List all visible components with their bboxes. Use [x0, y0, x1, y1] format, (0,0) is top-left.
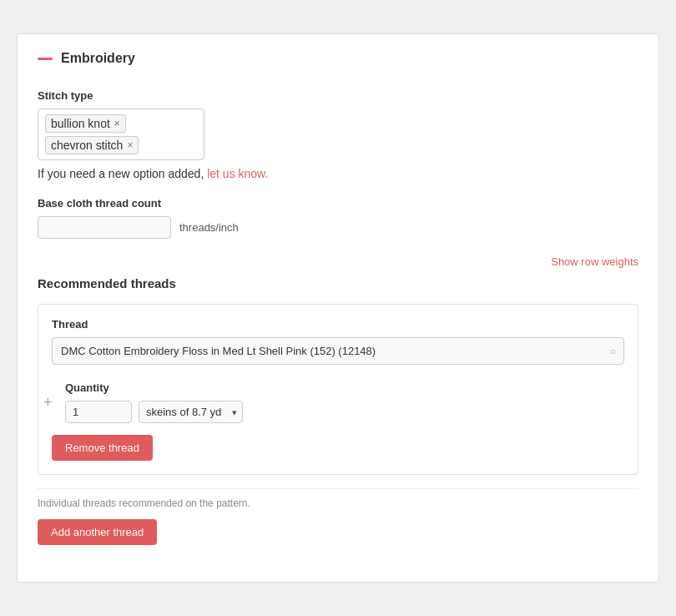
base-cloth-input[interactable]: [38, 216, 171, 239]
section-title: Embroidery: [61, 51, 135, 66]
footer-note: Individual threads recommended on the pa…: [38, 488, 638, 509]
quantity-group: Quantity skeins of 8.7 yd skeins of 10 y…: [65, 381, 624, 423]
tag-chevron-stitch-text: chevron stitch: [51, 139, 123, 152]
section-icon: [38, 58, 53, 60]
embroidery-card: Embroidery Stitch type bullion knot × ch…: [17, 33, 659, 583]
base-cloth-unit: threads/inch: [179, 221, 239, 234]
remove-thread-button[interactable]: Remove thread: [52, 435, 153, 461]
recommended-threads-section: Recommended threads Thread DMC Cotton Em…: [38, 276, 638, 545]
thread-select-wrapper: DMC Cotton Embroidery Floss in Med Lt Sh…: [52, 337, 624, 365]
plus-icon: +: [43, 394, 53, 412]
tag-chevron-stitch-remove[interactable]: ×: [127, 140, 133, 150]
tag-bullion-knot[interactable]: bullion knot ×: [45, 114, 126, 133]
quantity-container: + Quantity skeins of 8.7 yd skeins of 10…: [52, 381, 624, 423]
show-row-weights-link[interactable]: Show row weights: [551, 255, 638, 268]
stitch-type-hint: If you need a new option added, let us k…: [38, 167, 638, 180]
quantity-label: Quantity: [65, 381, 624, 394]
quantity-row: skeins of 8.7 yd skeins of 10 yd meters: [65, 401, 624, 423]
tag-chevron-stitch[interactable]: chevron stitch ×: [45, 136, 139, 154]
unit-select-wrapper: skeins of 8.7 yd skeins of 10 yd meters: [139, 401, 243, 423]
quantity-input[interactable]: [65, 401, 132, 423]
thread-field-group: Thread DMC Cotton Embroidery Floss in Me…: [52, 318, 624, 365]
recommended-threads-title: Recommended threads: [38, 276, 638, 290]
stitch-type-group: Stitch type bullion knot × chevron stitc…: [38, 89, 638, 180]
tag-bullion-knot-text: bullion knot: [51, 117, 110, 130]
thread-entry: Thread DMC Cotton Embroidery Floss in Me…: [38, 304, 638, 475]
base-cloth-inline: threads/inch: [38, 216, 638, 239]
unit-select[interactable]: skeins of 8.7 yd skeins of 10 yd meters: [139, 401, 243, 423]
base-cloth-group: Base cloth thread count threads/inch: [38, 197, 638, 239]
thread-select[interactable]: DMC Cotton Embroidery Floss in Med Lt Sh…: [52, 337, 624, 365]
add-another-thread-button[interactable]: Add another thread: [38, 519, 157, 545]
base-cloth-label: Base cloth thread count: [38, 197, 638, 210]
hint-link[interactable]: let us know.: [207, 167, 268, 180]
hint-prefix: If you need a new option added,: [38, 167, 207, 180]
tag-container[interactable]: bullion knot × chevron stitch ×: [38, 109, 204, 160]
tag-bullion-knot-remove[interactable]: ×: [114, 119, 120, 129]
stitch-type-label: Stitch type: [38, 89, 638, 102]
section-header: Embroidery: [38, 51, 638, 73]
show-row-weights-container: Show row weights: [38, 255, 638, 268]
thread-label: Thread: [52, 318, 624, 331]
